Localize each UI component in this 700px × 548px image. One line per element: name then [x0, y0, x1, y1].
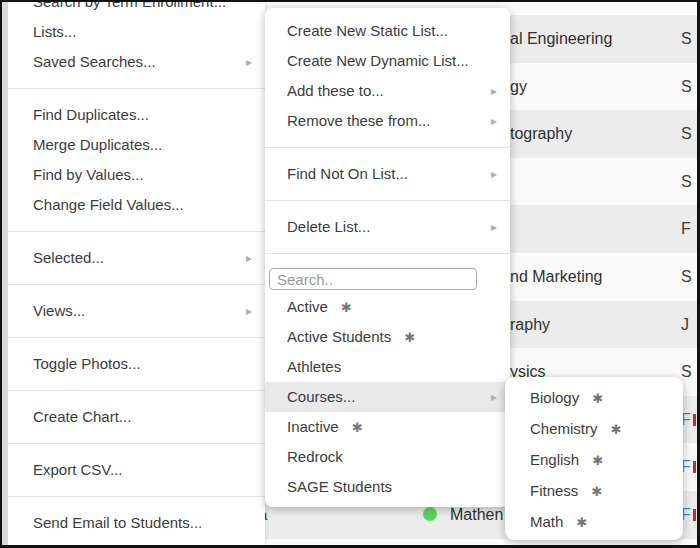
chevron-right-icon: ▸ — [491, 159, 497, 189]
class-level-cell: J — [681, 301, 689, 349]
list-item-active[interactable]: Active ✱ — [265, 292, 510, 322]
app-window: al Engineering S gy S tography S S F nd … — [2, 2, 697, 545]
major-cell: tography — [510, 110, 572, 158]
class-level-cell: F — [681, 205, 691, 253]
menu-item-find-duplicates[interactable]: Find Duplicates... — [8, 100, 265, 130]
menu-divider — [265, 147, 510, 148]
menu-item-label: Find Not On List... — [287, 165, 408, 182]
list-item-label: Athletes — [287, 358, 341, 375]
lists-submenu: Create New Static List... Create New Dyn… — [265, 8, 510, 507]
menu-item-export-csv[interactable]: Export CSV... — [8, 455, 265, 485]
major-cell: gy — [510, 63, 527, 111]
menu-item-create-new-dynamic-list[interactable]: Create New Dynamic List... — [265, 46, 510, 76]
course-item-label: Biology — [530, 389, 579, 406]
menu-divider — [8, 284, 265, 285]
course-item-biology[interactable]: Biology ✱ — [505, 382, 683, 413]
class-level-cell: S — [681, 253, 692, 301]
list-item-redrock[interactable]: Redrock — [265, 442, 510, 472]
class-level-cell: S — [681, 63, 692, 111]
menu-item-merge-duplicates[interactable]: Merge Duplicates... — [8, 130, 265, 160]
course-item-english[interactable]: English ✱ — [505, 444, 683, 475]
menu-divider — [8, 496, 265, 497]
red-fragment — [693, 461, 696, 473]
red-fragment — [693, 509, 696, 521]
course-item-fitness[interactable]: Fitness ✱ — [505, 475, 683, 506]
chevron-right-icon: ▸ — [246, 243, 252, 273]
chevron-right-icon: ▸ — [246, 47, 252, 77]
menu-item-search-by-term-enrollment[interactable]: Search by Term Enrollment... — [8, 2, 265, 17]
menu-item-lists[interactable]: Lists... — [8, 17, 265, 47]
menu-item-label: Remove these from... — [287, 112, 430, 129]
courses-submenu: Biology ✱ Chemistry ✱ English ✱ Fitness … — [505, 377, 683, 540]
menu-item-label: Views... — [33, 302, 85, 319]
star-icon: ✱ — [341, 300, 352, 315]
menu-item-find-not-on-list[interactable]: Find Not On List... ▸ — [265, 159, 510, 189]
class-level-cell: S — [681, 158, 692, 206]
menu-divider — [8, 231, 265, 232]
menu-item-delete-list[interactable]: Delete List... ▸ — [265, 212, 510, 242]
list-item-label: Active Students — [287, 328, 391, 345]
major-cell: al Engineering — [510, 15, 612, 63]
course-item-math[interactable]: Math ✱ — [505, 506, 683, 537]
star-icon: ✱ — [592, 391, 603, 406]
chevron-right-icon: ▸ — [246, 296, 252, 326]
menu-item-label: Create Chart... — [33, 408, 131, 425]
menu-item-label: Search by Term Enrollment... — [33, 2, 226, 10]
menu-item-label: Find Duplicates... — [33, 106, 149, 123]
menu-item-remove-these-from[interactable]: Remove these from... ▸ — [265, 106, 510, 136]
menu-item-label: Send Email to Students... — [33, 514, 202, 531]
star-icon: ✱ — [611, 422, 622, 437]
menu-item-label: Create New Dynamic List... — [287, 52, 469, 69]
list-item-label: SAGE Students — [287, 478, 392, 495]
list-item-active-students[interactable]: Active Students ✱ — [265, 322, 510, 352]
major-cell: nd Marketing — [510, 253, 603, 301]
menu-item-label: Selected... — [33, 249, 104, 266]
green-status-dot — [423, 507, 437, 521]
menu-item-send-email-to-students[interactable]: Send Email to Students... — [8, 508, 265, 538]
star-icon: ✱ — [404, 330, 415, 345]
list-item-athletes[interactable]: Athletes — [265, 352, 510, 382]
menu-divider — [265, 253, 510, 254]
list-item-courses[interactable]: Courses... ▸ — [265, 382, 510, 412]
list-item-sage-students[interactable]: SAGE Students — [265, 472, 510, 502]
menu-item-label: Saved Searches... — [33, 53, 156, 70]
course-item-label: Math — [530, 513, 563, 530]
menu-item-label: Lists... — [33, 23, 76, 40]
screenshot-root: { "icons": { "submenu_arrow": "\u25B8", … — [0, 0, 700, 548]
chevron-right-icon: ▸ — [491, 106, 497, 136]
menu-item-label: Add these to... — [287, 82, 384, 99]
menu-item-label: Send Email to Faculty... — [33, 544, 190, 545]
main-context-menu: Search by Term Enrollment... Lists... Sa… — [8, 2, 265, 545]
menu-item-label: Delete List... — [287, 218, 370, 235]
menu-divider — [8, 390, 265, 391]
menu-item-add-these-to[interactable]: Add these to... ▸ — [265, 76, 510, 106]
course-item-chemistry[interactable]: Chemistry ✱ — [505, 413, 683, 444]
menu-item-create-new-static-list[interactable]: Create New Static List... — [265, 16, 510, 46]
menu-item-toggle-photos[interactable]: Toggle Photos... — [8, 349, 265, 379]
star-icon: ✱ — [352, 420, 363, 435]
menu-item-label: Change Field Values... — [33, 196, 184, 213]
menu-divider — [8, 443, 265, 444]
menu-item-send-email-to-faculty[interactable]: Send Email to Faculty... — [8, 538, 265, 545]
star-icon: ✱ — [577, 515, 588, 530]
list-item-label: Redrock — [287, 448, 343, 465]
menu-divider — [8, 88, 265, 89]
menu-item-views[interactable]: Views... ▸ — [8, 296, 265, 326]
menu-item-create-chart[interactable]: Create Chart... — [8, 402, 265, 432]
menu-item-saved-searches[interactable]: Saved Searches... ▸ — [8, 47, 265, 77]
menu-item-find-by-values[interactable]: Find by Values... — [8, 160, 265, 190]
list-item-inactive[interactable]: Inactive ✱ — [265, 412, 510, 442]
class-level-cell: S — [681, 110, 692, 158]
list-search-input[interactable] — [269, 268, 477, 290]
menu-divider — [8, 337, 265, 338]
course-item-label: Chemistry — [530, 420, 598, 437]
list-item-label: Courses... — [287, 388, 355, 405]
menu-item-selected[interactable]: Selected... ▸ — [8, 243, 265, 273]
window-edge-strip — [2, 2, 8, 545]
star-icon: ✱ — [592, 484, 603, 499]
chevron-right-icon: ▸ — [491, 382, 497, 412]
menu-item-label: Find by Values... — [33, 166, 144, 183]
menu-item-change-field-values[interactable]: Change Field Values... — [8, 190, 265, 220]
list-item-label: Active — [287, 298, 328, 315]
red-fragment — [693, 414, 696, 426]
